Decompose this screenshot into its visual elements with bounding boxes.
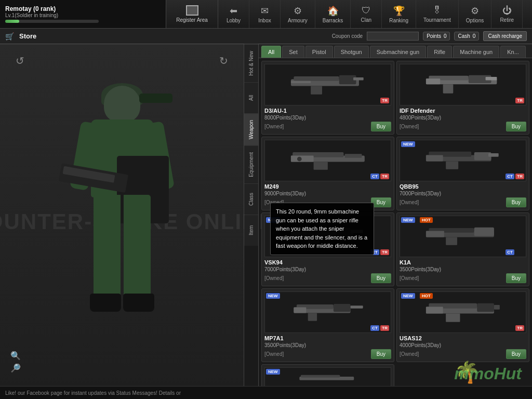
item-qbb95[interactable]: NEW CT TR QBB95 7000Points(3Day) [Ow — [396, 137, 529, 210]
item-image-d3au1: TR — [264, 64, 391, 105]
item-m249[interactable]: CT TR M249 9000Points(3Day) [Owned] Buy — [261, 137, 394, 210]
store-title: Store — [19, 32, 36, 40]
nav-inbox[interactable]: ✉ Inbox — [249, 0, 281, 28]
nav-tournament[interactable]: 🎖 Tournament — [416, 0, 459, 28]
user-name: Remotay (0 rank) — [5, 5, 161, 12]
zoom-in-button[interactable]: 🔍 — [10, 351, 21, 361]
tab-all-items[interactable]: All — [244, 82, 258, 113]
nav-retire[interactable]: ⏻ Retire — [491, 0, 523, 28]
item-owned-vsk94: [Owned] — [264, 275, 284, 281]
nav-clan[interactable]: 🛡 Clan — [351, 0, 382, 28]
cat-pistol[interactable]: Pistol — [305, 46, 333, 58]
cat-shotgun[interactable]: Shotgun — [334, 46, 369, 58]
cash-recharge-button[interactable]: Cash recharge — [483, 31, 527, 41]
buy-button-mp7a1[interactable]: Buy — [371, 349, 391, 359]
retire-icon: ⏻ — [502, 5, 512, 16]
svg-rect-3 — [311, 86, 322, 94]
tab-weapon[interactable]: Weapon — [244, 113, 258, 145]
cat-rifle[interactable]: Rifle — [427, 46, 452, 58]
svg-rect-45 — [426, 307, 443, 313]
options-icon: ⚙ — [471, 5, 479, 17]
item-usas12[interactable]: NEW HOT TR USAS12 4000Points(3Day) [ — [396, 288, 529, 362]
nav-armoury[interactable]: ⚙ Armoury — [281, 0, 315, 28]
buy-button-vsk94[interactable]: Buy — [371, 273, 391, 283]
badge-ct-m249: CT — [370, 174, 379, 179]
item-owned-idf: [Owned] — [400, 124, 419, 129]
buy-button-idf[interactable]: Buy — [506, 122, 526, 131]
nav-barracks[interactable]: 🏠 Barracks — [315, 0, 351, 28]
item-name-idf: IDF Defender — [400, 108, 526, 114]
register-area-button[interactable]: Register Area — [166, 0, 218, 28]
bottom-bar: Like! our Facebook page for instant upda… — [0, 386, 532, 399]
svg-rect-29 — [291, 231, 307, 237]
badge-new-mp7a1: NEW — [266, 293, 280, 299]
svg-rect-40 — [294, 307, 306, 313]
item-price-vsk94: 7000Points(3Day) — [264, 267, 391, 272]
item-vsk94[interactable]: NEW CT TR VSK94 7000Points(3Day) [Ow — [261, 212, 394, 286]
badge-new-usas12: NEW — [401, 293, 415, 299]
character-panel: ↺ ↻ 🔍 🔎 COUNTER-STRIKE ONLINE — [0, 44, 244, 399]
buy-button-d3au1[interactable]: Buy — [371, 122, 391, 131]
cat-kn[interactable]: Kn... — [500, 46, 526, 58]
item-name-d3au1: D3/AU-1 — [264, 108, 391, 114]
cat-set[interactable]: Set — [282, 46, 304, 58]
nav-ranking[interactable]: 🏆 Ranking — [382, 0, 416, 28]
badge-ct-k1a: CT — [506, 249, 514, 255]
rotate-left-button[interactable]: ↺ — [16, 55, 24, 67]
buy-button-m249[interactable]: Buy — [371, 197, 391, 207]
svg-rect-10 — [426, 78, 440, 84]
store-icon: 🛒 — [5, 32, 14, 41]
cat-all[interactable]: All — [261, 46, 281, 58]
buy-button-qbb95[interactable]: Buy — [506, 197, 526, 207]
svg-rect-9 — [443, 84, 454, 93]
svg-rect-38 — [308, 313, 317, 321]
nav-lobby[interactable]: ⬅ Lobby — [218, 0, 249, 28]
svg-rect-22 — [426, 155, 443, 161]
cat-submachine[interactable]: Submachine gun — [370, 46, 427, 58]
zoom-out-button[interactable]: 🔎 — [10, 363, 21, 373]
goggles — [139, 94, 172, 103]
item-image-mp7a1: NEW CT TR — [264, 291, 391, 333]
item-name-k1a: K1A — [400, 259, 526, 265]
char-controls: ↺ ↻ — [0, 49, 244, 72]
svg-rect-33 — [446, 237, 457, 245]
item-price-qbb95: 7000Points(3Day) — [400, 191, 526, 196]
cat-machine[interactable]: Machine gun — [453, 46, 499, 58]
tab-class[interactable]: Class — [244, 183, 258, 215]
item-d3au1[interactable]: TR D3/AU-1 8000Points(3Day) [Owned] Buy — [261, 61, 394, 135]
retire-label: Retire — [500, 17, 514, 23]
coupon-input[interactable] — [367, 32, 419, 41]
tab-hot-new[interactable]: Hot & New — [244, 44, 258, 82]
coupon-label: Coupon code — [332, 33, 363, 39]
svg-rect-14 — [314, 162, 328, 169]
main-layout: ↺ ↻ 🔍 🔎 COUNTER-STRIKE ONLINE — [0, 44, 532, 399]
item-owned-k1a: [Owned] — [400, 275, 419, 281]
svg-rect-16 — [345, 154, 362, 158]
item-name-mp7a1: MP7A1 — [264, 335, 391, 341]
clan-label: Clan — [361, 17, 371, 23]
nav-options[interactable]: ⚙ Options — [459, 0, 491, 28]
item-owned-d3au1: [Owned] — [264, 124, 284, 129]
buy-button-usas12[interactable]: Buy — [506, 349, 526, 359]
xp-bar-fill — [5, 20, 19, 23]
tournament-label: Tournament — [423, 17, 451, 23]
badge-tr-d3au1: TR — [380, 98, 389, 103]
tournament-icon: 🎖 — [432, 5, 442, 16]
user-rank: Lv.1(Soldier in training) — [5, 12, 161, 18]
buy-button-k1a[interactable]: Buy — [506, 273, 526, 283]
item-mp7a1[interactable]: NEW CT TR MP7A1 3500Points(3Day) [Ow — [261, 288, 394, 362]
item-owned-qbb95: [Owned] — [400, 200, 419, 205]
badge-hot-k1a: HOT — [420, 217, 433, 223]
svg-rect-34 — [426, 231, 444, 237]
badge-new-vsk94: NEW — [266, 217, 280, 223]
gun-image-usas12 — [406, 298, 520, 327]
rotate-right-button[interactable]: ↻ — [219, 55, 228, 67]
tab-equipment[interactable]: Equipment — [244, 145, 258, 183]
svg-rect-15 — [291, 155, 314, 162]
tab-item[interactable]: Item — [244, 215, 258, 246]
item-idf-defender[interactable]: TR IDF Defender 4800Points(3Day) [Owned]… — [396, 61, 529, 135]
bottom-bar-text: Like! our Facebook page for instant upda… — [5, 390, 181, 396]
badge-new-qbb95: NEW — [401, 141, 415, 147]
item-k1a[interactable]: NEW HOT CT K1A 3500Points(3Day) [Owned] — [396, 212, 529, 286]
sidebar-tabs: Hot & New All Weapon Equipment Class Ite… — [244, 44, 259, 399]
